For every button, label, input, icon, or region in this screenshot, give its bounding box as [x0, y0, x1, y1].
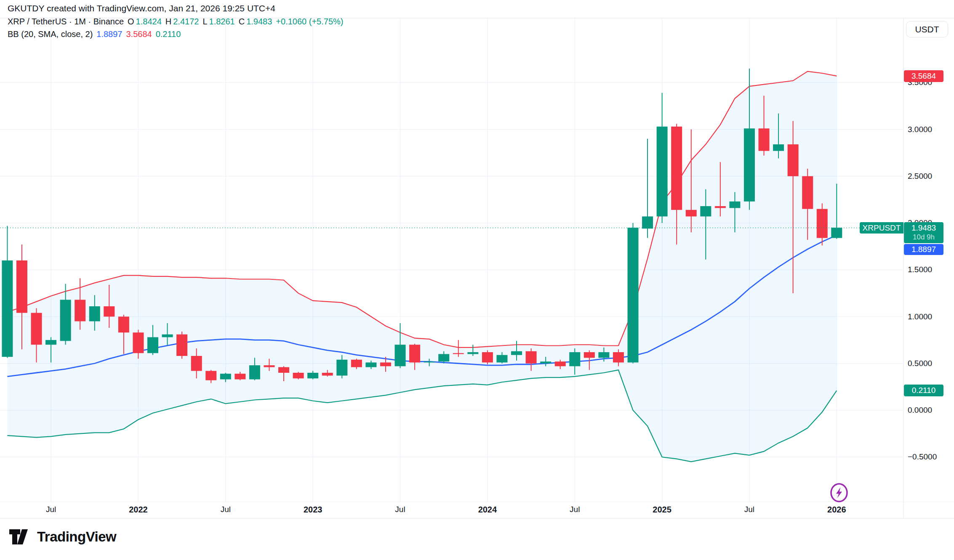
bb-indicator-label: BB (20, SMA, close, 2)	[8, 28, 93, 40]
candle-body	[31, 313, 42, 345]
time-tick: 2026	[818, 505, 855, 515]
legend-symbol-row: XRP / TetherUS · 1M · Binance O 1.8424 H…	[8, 15, 343, 28]
candle-body	[526, 351, 537, 364]
candle-body	[380, 363, 391, 366]
candle-body	[60, 300, 71, 341]
last-price-badge: 1.9483 10d 9h	[904, 222, 943, 243]
lower-band-price-badge: 0.2110	[904, 385, 943, 396]
price-tick: −0.5000	[908, 452, 952, 462]
candle-body	[322, 373, 333, 376]
candle-body	[45, 340, 56, 345]
candle-body	[788, 144, 799, 176]
currency-toggle-button[interactable]: USDT	[906, 21, 948, 37]
candle-body	[351, 360, 362, 367]
bb-basis-value: 1.8897	[96, 28, 122, 40]
candle-body	[235, 374, 245, 379]
candle-body	[249, 365, 260, 379]
candle-body	[409, 345, 420, 362]
candle-body	[176, 334, 187, 356]
candle-body	[365, 363, 376, 367]
candle-body	[482, 352, 493, 362]
candle-body	[395, 345, 406, 366]
price-tick: 2.5000	[908, 172, 952, 181]
ohlc-close: C 1.9483	[239, 15, 272, 28]
symbol-price-label: XRPUSDT	[860, 222, 903, 234]
candle-body	[293, 373, 304, 378]
price-tick: 0.0000	[908, 406, 952, 415]
time-tick: Jul	[32, 505, 70, 514]
candle-body	[104, 306, 115, 316]
candle-body	[715, 206, 726, 208]
legend[interactable]: XRP / TetherUS · 1M · Binance O 1.8424 H…	[8, 15, 343, 40]
candle-body	[438, 354, 449, 362]
price-tick: 3.0000	[908, 125, 952, 134]
candle-body	[16, 260, 27, 313]
time-tick: 2025	[643, 505, 681, 515]
candle-body	[555, 361, 566, 366]
bb-upper-value: 3.5684	[126, 28, 152, 40]
chart-canvas[interactable]	[0, 0, 954, 560]
price-tick: 1.0000	[908, 312, 952, 321]
time-tick: Jul	[730, 505, 768, 514]
ohlc-open: O 1.8424	[128, 15, 162, 28]
sma-price-badge: 1.8897	[904, 244, 943, 255]
candle-body	[642, 216, 653, 228]
tradingview-logo-mark	[9, 528, 31, 545]
upper-band-price-badge: 3.5684	[904, 70, 943, 82]
candle-body	[147, 337, 158, 353]
time-tick: 2023	[294, 505, 332, 515]
candle-body	[118, 317, 129, 333]
candle-body	[162, 334, 173, 337]
candle-body	[220, 374, 231, 379]
candle-body	[278, 367, 289, 373]
realtime-flash-icon[interactable]	[830, 483, 848, 502]
time-tick: Jul	[207, 505, 245, 514]
candle-body	[831, 228, 842, 238]
tradingview-chart-widget: { "attribution": "GKUTDY created with Tr…	[0, 0, 954, 560]
candle-body	[453, 353, 464, 354]
candle-body	[627, 228, 638, 362]
candle-body	[569, 352, 580, 366]
candle-body	[467, 352, 478, 354]
legend-bb-row: BB (20, SMA, close, 2) 1.8897 3.5684 0.2…	[8, 28, 343, 40]
candle-body	[671, 127, 682, 210]
candle-body	[307, 373, 318, 378]
candle-body	[2, 260, 13, 357]
price-tick: 1.5000	[908, 265, 952, 274]
candle-body	[744, 128, 755, 202]
last-price-value: 1.9483	[911, 223, 936, 233]
price-change: +0.1060 (+5.75%)	[276, 15, 343, 28]
candle-body	[729, 202, 740, 208]
time-tick: 2022	[119, 505, 157, 515]
tradingview-logo-text: TradingView	[37, 529, 116, 545]
ohlc-high: H 2.4172	[165, 15, 199, 28]
candle-body	[613, 352, 624, 362]
candle-body	[700, 206, 711, 216]
candle-body	[133, 332, 144, 353]
time-tick: 2024	[469, 505, 506, 515]
candle-body	[759, 128, 770, 151]
time-tick: Jul	[381, 505, 419, 514]
candle-body	[511, 351, 522, 355]
candle-body	[89, 306, 100, 321]
symbol-title: XRP / TetherUS · 1M · Binance	[8, 15, 124, 28]
candle-body	[205, 371, 216, 380]
ohlc-low: L 1.8261	[203, 15, 235, 28]
bb-lower-value: 0.2110	[156, 28, 181, 40]
candle-body	[686, 210, 697, 217]
bb-fill-area	[7, 72, 837, 462]
candle-body	[540, 361, 551, 363]
candle-body	[802, 176, 813, 209]
candle-body	[264, 365, 274, 367]
candle-body	[336, 360, 347, 376]
candle-body	[817, 209, 828, 238]
candle-body	[598, 352, 609, 358]
time-tick: Jul	[556, 505, 594, 514]
candle-body	[191, 356, 202, 371]
candle-body	[75, 300, 85, 321]
tradingview-logo[interactable]: TradingView	[9, 528, 116, 545]
candle-body	[496, 355, 507, 363]
candle-body	[424, 361, 435, 362]
candle-body	[773, 144, 784, 151]
candle-body	[657, 127, 668, 217]
